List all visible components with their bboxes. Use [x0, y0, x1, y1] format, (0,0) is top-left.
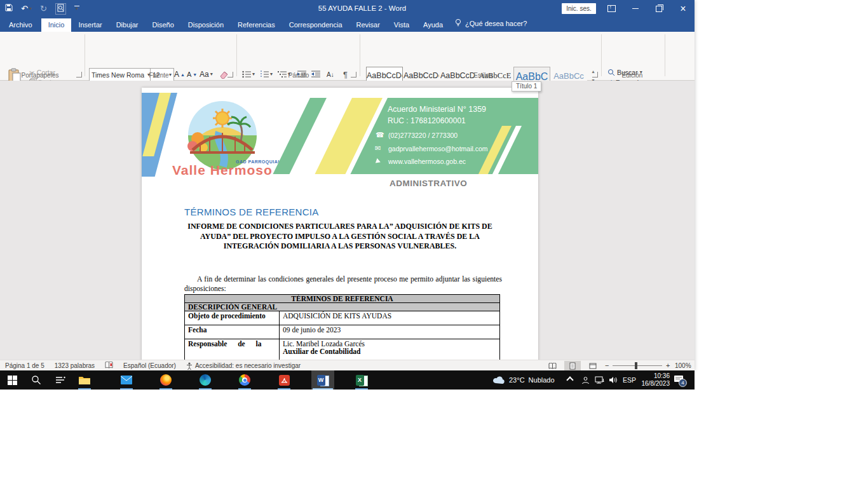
- table-row: Objeto de procedimiento ADQUISICIÓN DE K…: [185, 311, 500, 325]
- style-tooltip: Título 1: [512, 81, 541, 92]
- zoom-level[interactable]: 100%: [675, 362, 691, 369]
- show-marks-button[interactable]: ¶: [343, 68, 348, 81]
- taskbar-firefox[interactable]: [155, 370, 177, 390]
- group-label-editing: Edición: [604, 72, 661, 79]
- tray-network-icon[interactable]: [595, 370, 604, 390]
- ribbon: Pegar ▾ ✂ Cortar Copiar Copiar formato P…: [0, 32, 695, 81]
- taskbar-chrome[interactable]: [234, 370, 255, 390]
- taskbar-file-explorer[interactable]: [74, 370, 95, 390]
- sign-in-button[interactable]: Inic. ses.: [562, 3, 596, 14]
- mail-icon: ✉: [375, 144, 381, 152]
- web-layout-button[interactable]: [585, 361, 601, 370]
- zoom-in-button[interactable]: +: [666, 362, 670, 369]
- edge-icon: [200, 374, 211, 386]
- word-icon: W: [317, 375, 329, 386]
- zoom-slider-handle[interactable]: [635, 362, 637, 369]
- weather-widget[interactable]: 23°C Nublado: [492, 370, 555, 390]
- search-icon: [31, 375, 41, 385]
- change-case-button[interactable]: Aa▾: [200, 68, 213, 81]
- ribbon-display-options-button[interactable]: [600, 0, 622, 17]
- zoom-out-button[interactable]: −: [605, 362, 609, 369]
- redo-button[interactable]: ↻: [40, 4, 47, 13]
- page-indicator[interactable]: Página 1 de 5: [5, 362, 44, 369]
- windows-logo-icon: [8, 376, 17, 385]
- taskbar-search-button[interactable]: [25, 370, 47, 390]
- lightbulb-icon: [455, 18, 461, 29]
- document-canvas[interactable]: GAD PARROQUIAL Valle Hermoso Acuerdo Min…: [0, 81, 695, 360]
- tab-vista[interactable]: Vista: [387, 18, 416, 32]
- tab-diseno[interactable]: Diseño: [146, 18, 181, 32]
- tab-inicio[interactable]: Inicio: [41, 18, 72, 32]
- file-explorer-icon: [79, 376, 90, 385]
- banner-phone: (02)2773220 / 2773300: [388, 132, 458, 139]
- word-window: ↶▾ ↻ ▾ 55 AYUDA FALLE 2 - Word Inic. ses…: [0, 0, 695, 370]
- tab-correspondencia[interactable]: Correspondencia: [282, 18, 349, 32]
- banner-ruc: RUC : 1768120600001: [388, 116, 466, 125]
- task-view-icon: [56, 376, 65, 384]
- tab-dibujar[interactable]: Dibujar: [109, 18, 146, 32]
- notification-center-button[interactable]: 4: [674, 370, 685, 390]
- doc-intro: A fin de determinar las condiciones gene…: [184, 274, 502, 294]
- tab-referencias[interactable]: Referencias: [231, 18, 282, 32]
- tray-volume-icon[interactable]: [609, 370, 618, 390]
- taskbar: W X 23°C Nublado ESP: [0, 370, 695, 390]
- dept-title: ADMINISTRATIVO: [390, 179, 467, 188]
- screen: ↶▾ ↻ ▾ 55 AYUDA FALLE 2 - Word Inic. ses…: [0, 0, 868, 488]
- tab-disposicion[interactable]: Disposición: [181, 18, 231, 32]
- tray-date: 16/8/2023: [642, 380, 670, 388]
- word-count[interactable]: 1323 palabras: [55, 362, 95, 369]
- document-page[interactable]: GAD PARROQUIAL Valle Hermoso Acuerdo Min…: [142, 88, 538, 360]
- table-row: Responsable de la Lic. Maribel Lozada Ga…: [185, 339, 500, 360]
- table-row: Fecha 09 de junio de 2023: [185, 325, 500, 339]
- zoom-slider-track[interactable]: [613, 365, 662, 366]
- close-button[interactable]: ×: [672, 0, 694, 17]
- tab-revisar[interactable]: Revisar: [349, 18, 387, 32]
- restore-button[interactable]: [648, 0, 670, 17]
- tray-language[interactable]: ESP: [623, 370, 636, 390]
- taskbar-excel[interactable]: X: [351, 370, 372, 390]
- language-indicator[interactable]: Español (Ecuador): [123, 362, 176, 369]
- taskbar-acrobat[interactable]: [273, 370, 295, 390]
- start-button[interactable]: [1, 370, 23, 390]
- org-name: Valle Hermoso: [172, 163, 273, 178]
- tab-archivo[interactable]: Archivo: [0, 18, 41, 32]
- minimize-button[interactable]: [625, 0, 646, 17]
- banner-acuerdo: Acuerdo Ministerial N° 1359: [388, 105, 486, 114]
- table-row: TÉRMINOS DE REFERENCIA: [185, 295, 500, 303]
- print-layout-button[interactable]: [564, 361, 581, 370]
- acrobat-icon: [279, 375, 290, 386]
- table-title-cell[interactable]: TÉRMINOS DE REFERENCIA: [185, 295, 500, 303]
- table-section-cell[interactable]: DESCRIPCIÓN GENERAL: [185, 303, 500, 311]
- taskbar-mail[interactable]: [116, 370, 137, 390]
- undo-button[interactable]: ↶▾: [21, 4, 32, 13]
- clipboard-dialog-launcher[interactable]: [76, 72, 82, 78]
- table-row: DESCRIPCIÓN GENERAL: [185, 303, 500, 311]
- weather-temp: 23°C: [509, 376, 525, 384]
- font-dialog-launcher[interactable]: [227, 72, 233, 78]
- bullets-button[interactable]: ▾: [242, 68, 255, 81]
- paragraph-dialog-launcher[interactable]: [351, 72, 356, 78]
- task-view-button[interactable]: [50, 370, 71, 390]
- taskbar-word-active[interactable]: W: [311, 370, 334, 390]
- phone-icon: ☎: [376, 131, 384, 139]
- read-mode-button[interactable]: [544, 361, 560, 370]
- ribbon-tab-row: Archivo Inicio Insertar Dibujar Diseño D…: [0, 17, 695, 32]
- group-label-font: Fuente: [127, 72, 191, 79]
- tray-people-icon[interactable]: [581, 370, 590, 390]
- proofing-icon[interactable]: [105, 362, 113, 370]
- cloud-icon: [492, 376, 505, 385]
- taskbar-edge[interactable]: [194, 370, 216, 390]
- tray-chevron-button[interactable]: [567, 370, 573, 390]
- styles-dialog-launcher[interactable]: [592, 72, 598, 78]
- tell-me-box[interactable]: ¿Qué desea hacer?: [450, 16, 532, 32]
- reference-table[interactable]: TÉRMINOS DE REFERENCIA DESCRIPCIÓN GENER…: [184, 294, 500, 360]
- tab-insertar[interactable]: Insertar: [71, 18, 109, 32]
- accessibility-icon: [186, 362, 193, 370]
- print-preview-icon[interactable]: [55, 3, 66, 15]
- tab-ayuda[interactable]: Ayuda: [416, 18, 450, 32]
- banner-web: www.vallehermoso.gob.ec: [388, 158, 466, 165]
- save-icon[interactable]: [5, 4, 13, 13]
- tray-clock[interactable]: 10:36 16/8/2023: [641, 370, 670, 390]
- accessibility-status[interactable]: Accesibilidad: es necesario investigar: [186, 362, 301, 370]
- customize-qat-button[interactable]: ▾: [74, 6, 79, 11]
